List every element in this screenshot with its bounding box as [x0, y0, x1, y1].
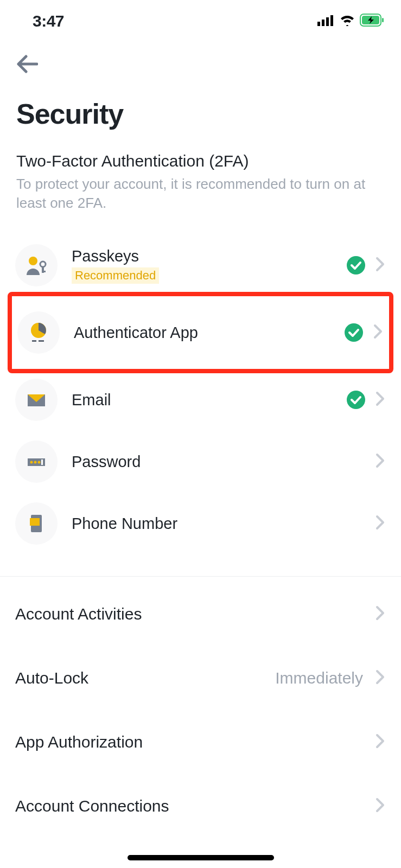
- two-fa-list: Passkeys Recommended Authenticator App: [0, 213, 401, 565]
- svg-rect-13: [32, 340, 36, 342]
- svg-rect-10: [42, 271, 46, 272]
- settings-item-label: Account Activities: [15, 605, 375, 623]
- status-time: 3:47: [33, 12, 64, 30]
- settings-item-value: Immediately: [275, 669, 363, 687]
- two-fa-item-passkeys[interactable]: Passkeys Recommended: [8, 234, 393, 296]
- two-fa-item-authenticator[interactable]: Authenticator App: [8, 292, 393, 373]
- back-button[interactable]: [16, 54, 38, 74]
- chevron-right-icon: [375, 256, 386, 275]
- two-fa-section: Two-Factor Authentication (2FA) To prote…: [0, 136, 401, 213]
- back-arrow-icon: [16, 54, 38, 74]
- two-fa-item-phone[interactable]: Phone Number: [8, 493, 393, 554]
- settings-item-app-authorization[interactable]: App Authorization: [0, 710, 401, 774]
- svg-point-19: [30, 461, 33, 464]
- passkey-icon: [15, 244, 58, 286]
- chevron-right-icon: [375, 452, 386, 471]
- settings-item-auto-lock[interactable]: Auto-Lock Immediately: [0, 646, 401, 710]
- svg-point-11: [347, 256, 365, 275]
- chevron-right-icon: [375, 733, 386, 751]
- authenticator-icon: [17, 311, 60, 354]
- svg-point-15: [345, 323, 363, 342]
- settings-item-account-activities[interactable]: Account Activities: [0, 582, 401, 646]
- settings-item-account-connections[interactable]: Account Connections: [0, 774, 401, 838]
- svg-rect-3: [330, 15, 333, 26]
- status-bar: 3:47: [0, 0, 401, 38]
- svg-rect-6: [382, 18, 384, 22]
- wifi-icon: [339, 14, 355, 28]
- svg-rect-22: [41, 459, 43, 465]
- two-fa-section-desc: To protect your account, it is recommend…: [16, 175, 385, 213]
- svg-rect-1: [322, 20, 324, 26]
- two-fa-item-label: Phone Number: [72, 515, 375, 533]
- two-fa-item-label: Passkeys: [72, 247, 347, 265]
- status-indicators: [317, 14, 385, 29]
- email-icon: [15, 379, 58, 421]
- check-icon: [347, 256, 365, 275]
- chevron-right-icon: [373, 323, 384, 342]
- svg-point-20: [34, 461, 37, 464]
- settings-item-label: Account Connections: [15, 797, 375, 815]
- password-icon: [15, 441, 58, 483]
- svg-rect-0: [317, 22, 320, 26]
- chevron-right-icon: [375, 797, 386, 815]
- two-fa-item-password[interactable]: Password: [8, 431, 393, 493]
- two-fa-section-title: Two-Factor Authentication (2FA): [16, 152, 385, 170]
- svg-point-21: [38, 461, 41, 464]
- svg-rect-24: [30, 518, 40, 526]
- home-indicator[interactable]: [128, 855, 274, 860]
- two-fa-item-label: Authenticator App: [74, 324, 345, 342]
- two-fa-item-label: Email: [72, 391, 347, 409]
- svg-point-7: [29, 257, 37, 265]
- battery-charging-icon: [360, 14, 385, 29]
- recommended-badge: Recommended: [72, 267, 159, 284]
- svg-point-17: [347, 391, 365, 409]
- page-title: Security: [0, 81, 401, 136]
- two-fa-item-email[interactable]: Email: [8, 369, 393, 431]
- cellular-icon: [317, 14, 335, 28]
- svg-point-8: [40, 261, 46, 267]
- chevron-right-icon: [375, 391, 386, 409]
- chevron-right-icon: [375, 514, 386, 533]
- check-icon: [347, 391, 365, 409]
- svg-rect-2: [326, 17, 329, 26]
- chevron-right-icon: [375, 605, 386, 623]
- settings-list: Account Activities Auto-Lock Immediately…: [0, 577, 401, 844]
- check-icon: [345, 323, 363, 342]
- settings-item-label: App Authorization: [15, 733, 375, 751]
- svg-rect-14: [39, 340, 44, 342]
- two-fa-item-label: Password: [72, 453, 375, 471]
- settings-item-label: Auto-Lock: [15, 669, 275, 687]
- chevron-right-icon: [375, 669, 386, 687]
- phone-icon: [15, 502, 58, 545]
